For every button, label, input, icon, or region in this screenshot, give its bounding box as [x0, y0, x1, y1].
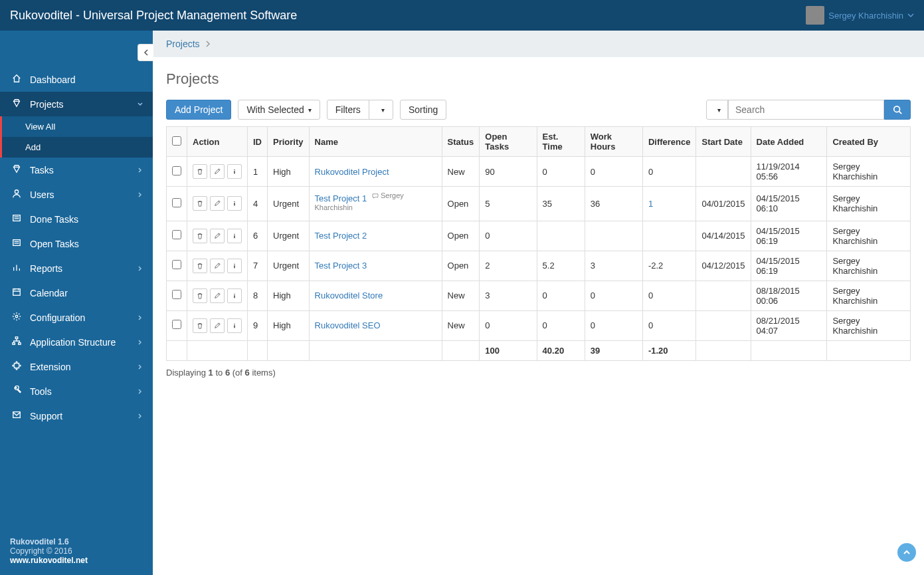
with-selected-button[interactable]: With Selected ▾ [238, 100, 320, 120]
edit-icon[interactable] [210, 229, 225, 243]
sidebar-item-open-tasks[interactable]: Open Tasks [0, 231, 153, 256]
cell-difference: 0 [642, 157, 696, 187]
filters-dropdown[interactable]: ▾ [369, 100, 393, 120]
chevron-right-icon [138, 362, 143, 372]
svg-point-21 [234, 170, 235, 171]
delete-icon[interactable] [193, 288, 207, 303]
total-work-hours: 39 [585, 340, 642, 360]
info-icon[interactable] [227, 196, 242, 211]
scroll-top-button[interactable] [897, 543, 916, 562]
col-name[interactable]: Name [309, 127, 442, 157]
project-link[interactable]: Test Project 2 [315, 231, 367, 241]
project-link[interactable]: Rukovoditel SEO [315, 320, 381, 330]
col-action[interactable]: Action [187, 127, 248, 157]
project-link[interactable]: Rukovoditel Project [315, 167, 389, 177]
search-button[interactable] [884, 100, 911, 120]
col-id[interactable]: ID [248, 127, 268, 157]
sidebar-toggle[interactable] [138, 44, 153, 61]
difference-link[interactable]: 1 [648, 199, 653, 209]
edit-icon[interactable] [210, 164, 225, 179]
cell-created-by: Sergey Kharchishin [827, 310, 911, 340]
row-checkbox[interactable] [172, 290, 181, 299]
cell-date-added: 04/15/2015 06:19 [751, 221, 827, 251]
edit-icon[interactable] [210, 288, 225, 303]
cell-start-date [696, 157, 751, 187]
sidebar-item-extension[interactable]: Extension [0, 354, 153, 379]
sidebar-subitem-add[interactable]: Add [2, 137, 153, 158]
row-checkbox[interactable] [172, 320, 181, 329]
col-est-time[interactable]: Est. Time [537, 127, 585, 157]
sidebar-subitem-view-all[interactable]: View All [2, 116, 153, 137]
info-icon[interactable] [227, 164, 242, 179]
col-difference[interactable]: Difference [642, 127, 696, 157]
cell-date-added: 04/15/2015 06:10 [751, 187, 827, 221]
cell-status: Open [442, 187, 480, 221]
cell-name: Rukovoditel Store [309, 281, 442, 310]
chevron-right-icon [138, 411, 143, 421]
sorting-button[interactable]: Sorting [400, 100, 446, 120]
cell-open-tasks: 2 [480, 251, 537, 281]
edit-icon[interactable] [210, 318, 225, 333]
delete-icon[interactable] [193, 164, 207, 179]
sidebar-item-tasks[interactable]: Tasks [0, 158, 153, 182]
sidebar-item-configuration[interactable]: Configuration [0, 305, 153, 330]
col-date-added[interactable]: Date Added [751, 127, 827, 157]
project-link[interactable]: Rukovoditel Store [315, 290, 383, 300]
gear-icon [10, 312, 23, 323]
cell-priority: Urgent [268, 251, 310, 281]
paging-info: Displaying 1 to 6 (of 6 items) [166, 368, 911, 378]
sidebar-item-calendar[interactable]: Calendar [0, 281, 153, 305]
info-icon[interactable] [227, 259, 242, 273]
row-checkbox[interactable] [172, 166, 181, 175]
col-work-hours[interactable]: Work Hours [585, 127, 642, 157]
chevron-right-icon [138, 166, 143, 175]
sidebar-item-dashboard[interactable]: Dashboard [0, 67, 153, 92]
cell-difference: 0 [642, 310, 696, 340]
col-created-by[interactable]: Created By [827, 127, 911, 157]
search-input[interactable] [728, 100, 884, 120]
col-priority[interactable]: Priority [268, 127, 310, 157]
delete-icon[interactable] [193, 229, 207, 243]
cell-action [187, 310, 248, 340]
sidebar-item-users[interactable]: Users [0, 182, 153, 207]
sidebar-item-application-structure[interactable]: Application Structure [0, 330, 153, 354]
select-all-checkbox[interactable] [172, 136, 181, 146]
sidebar-item-support[interactable]: Support [0, 403, 153, 428]
sidebar-item-reports[interactable]: Reports [0, 256, 153, 281]
row-checkbox[interactable] [172, 230, 181, 239]
calendar-icon [10, 287, 23, 298]
row-checkbox[interactable] [172, 260, 181, 269]
sidebar-item-label: Calendar [30, 288, 68, 298]
col-start-date[interactable]: Start Date [696, 127, 751, 157]
add-project-button[interactable]: Add Project [166, 100, 231, 120]
svg-rect-16 [13, 343, 15, 345]
col-status[interactable]: Status [442, 127, 480, 157]
wrench-icon [10, 386, 23, 397]
delete-icon[interactable] [193, 318, 207, 333]
info-icon[interactable] [227, 318, 242, 333]
cell-created-by: Sergey Kharchishin [827, 221, 911, 251]
project-link[interactable]: Test Project 1 [315, 193, 367, 203]
cell-work-hours: 0 [585, 157, 642, 187]
info-icon[interactable] [227, 229, 242, 243]
edit-icon[interactable] [210, 196, 225, 211]
search-scope-dropdown[interactable]: ▾ [706, 100, 728, 120]
breadcrumb-link[interactable]: Projects [166, 39, 200, 49]
cell-start-date [696, 310, 751, 340]
delete-icon[interactable] [193, 196, 207, 211]
footer-link[interactable]: www.rukovoditel.net [10, 556, 88, 565]
sidebar-item-tools[interactable]: Tools [0, 379, 153, 403]
svg-rect-17 [19, 343, 21, 345]
home-icon [10, 74, 23, 85]
delete-icon[interactable] [193, 259, 207, 273]
info-icon[interactable] [227, 288, 242, 303]
cell-open-tasks: 0 [480, 310, 537, 340]
user-menu[interactable]: Sergey Kharchishin [806, 6, 914, 25]
filters-button[interactable]: Filters [327, 100, 369, 120]
project-link[interactable]: Test Project 3 [315, 261, 367, 271]
edit-icon[interactable] [210, 259, 225, 273]
col-open-tasks[interactable]: Open Tasks [480, 127, 537, 157]
row-checkbox[interactable] [172, 198, 181, 207]
sidebar-item-projects[interactable]: Projects [0, 92, 153, 116]
sidebar-item-done-tasks[interactable]: Done Tasks [0, 207, 153, 231]
